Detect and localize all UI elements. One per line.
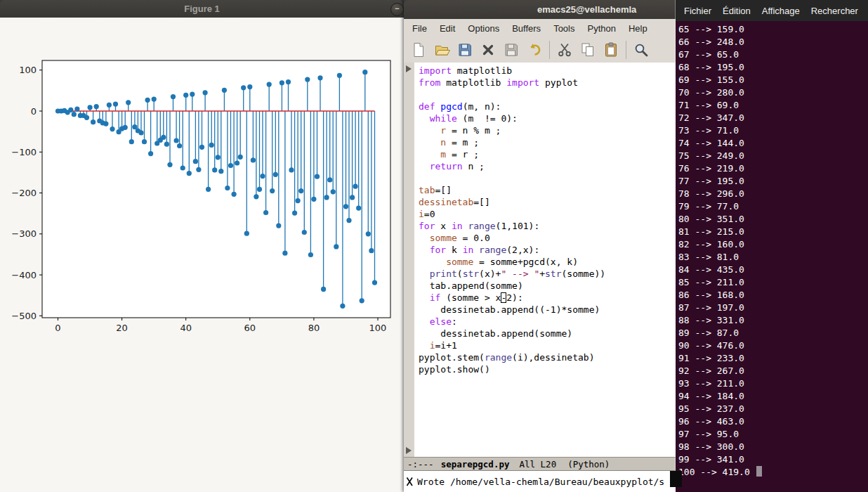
code-line: pyplot.show() — [419, 363, 676, 375]
terminal-menu-affichage[interactable]: Affichage — [756, 1, 805, 20]
emacs-window: − emacs25@vellachemla FileEditOptionsBuf… — [404, 0, 676, 492]
modeline[interactable]: -:--- separepgcd.py All L20 (Python) — [404, 457, 676, 471]
cut-button[interactable] — [554, 39, 575, 60]
open-file-icon — [433, 41, 450, 58]
x-cursor-icon — [406, 477, 414, 487]
minibuffer-cursor — [670, 471, 682, 487]
terminal-line: 73 --> 71.0 — [678, 124, 868, 137]
emacs-menu-edit[interactable]: Edit — [433, 20, 461, 37]
code-line: pyplot.stem(range(i),dessinetab) — [419, 351, 676, 363]
code-line: r = n % m ; — [419, 124, 676, 136]
echo-area[interactable]: Wrote /home/vella-chemla/Bureau/beauxpyp… — [404, 471, 676, 492]
svg-text:60: 60 — [244, 323, 256, 333]
emacs-menu-buffers[interactable]: Buffers — [506, 20, 547, 37]
code-line: for x in range(1,101): — [419, 220, 676, 232]
echo-message: Wrote /home/vella-chemla/Bureau/beauxpyp… — [417, 477, 664, 487]
svg-text:80: 80 — [308, 323, 320, 333]
close-buffer-button[interactable] — [478, 39, 499, 60]
svg-text:100: 100 — [19, 65, 37, 75]
window-minimize-button[interactable]: − — [390, 3, 404, 16]
terminal-line: 97 --> 95.0 — [678, 428, 868, 441]
save-buffer-button[interactable] — [454, 39, 475, 60]
modeline-filename[interactable]: separepgcd.py — [441, 459, 510, 470]
svg-text:100: 100 — [369, 323, 387, 333]
terminal-line: 69 --> 155.0 — [678, 74, 868, 86]
modeline-mode[interactable]: (Python) — [567, 459, 610, 470]
terminal-line: 66 --> 248.0 — [678, 36, 868, 48]
terminal-menu-dition[interactable]: Édition — [717, 1, 756, 20]
code-line: i=i+1 — [419, 339, 676, 351]
svg-text:−300: −300 — [11, 228, 37, 239]
toolbar-separator — [626, 41, 626, 59]
terminal-line: 96 --> 463.0 — [678, 415, 868, 428]
search-button[interactable] — [631, 39, 652, 60]
svg-text:0: 0 — [55, 323, 60, 333]
figure-title: Figure 1 — [184, 4, 220, 14]
paste-button[interactable] — [600, 39, 622, 60]
new-file-button[interactable] — [408, 39, 429, 60]
code-line: dessinetab=[] — [419, 196, 676, 208]
code-line: def pgcd(m, n): — [419, 101, 676, 112]
stem-plot: 0204060801001000−100−200−300−400−500 — [0, 18, 404, 492]
svg-text:−200: −200 — [11, 188, 37, 198]
terminal-line: 67 --> 65.0 — [678, 48, 868, 61]
figure-canvas: 0204060801001000−100−200−300−400−500 — [0, 18, 404, 492]
code-line: while (m != 0): — [419, 112, 676, 124]
scrollbar[interactable] — [404, 63, 414, 458]
terminal-line: 86 --> 168.0 — [678, 289, 868, 302]
modeline-prefix: -:--- — [407, 459, 434, 470]
code-line: return n ; — [419, 160, 676, 172]
open-file-button[interactable] — [431, 39, 452, 60]
terminal-line: 88 --> 331.0 — [678, 314, 868, 327]
code-line: i=0 — [419, 208, 676, 220]
terminal-menu-fichier[interactable]: Fichier — [678, 1, 717, 20]
emacs-menu-file[interactable]: File — [406, 20, 433, 37]
emacs-buffer-area: import matplotlibfrom matplotlib import … — [404, 63, 676, 458]
toolbar-separator — [549, 41, 550, 59]
terminal-line: 72 --> 347.0 — [678, 112, 868, 124]
save-as-icon — [503, 41, 520, 58]
terminal-line: 100 --> 419.0 — [678, 466, 868, 479]
terminal-line: 65 --> 159.0 — [678, 23, 868, 36]
save-as-button[interactable] — [501, 39, 522, 60]
svg-text:40: 40 — [180, 323, 192, 333]
code-line: tab=[] — [419, 184, 676, 196]
cut-icon — [556, 41, 573, 58]
undo-button[interactable] — [524, 39, 545, 60]
search-icon — [633, 41, 650, 58]
svg-text:−500: −500 — [11, 311, 37, 321]
fringe-top-arrow-icon — [406, 65, 412, 72]
fringe-bottom-arrow-icon — [406, 447, 412, 454]
terminal-menu-rechercher[interactable]: Rechercher — [805, 1, 864, 20]
code-line: print(str(x)+" --> "+str(somme)) — [419, 268, 676, 280]
terminal-line: 94 --> 184.0 — [678, 390, 868, 403]
code-line: import matplotlib — [419, 65, 676, 77]
terminal-window: FichierÉditionAffichageRechercher 65 -->… — [676, 0, 868, 492]
emacs-menu-tools[interactable]: Tools — [547, 20, 581, 37]
svg-text:0: 0 — [31, 106, 37, 117]
code-line — [419, 89, 676, 101]
copy-icon — [579, 41, 596, 58]
emacs-menu-options[interactable]: Options — [461, 20, 506, 37]
figure-titlebar[interactable]: Figure 1 — [0, 0, 404, 18]
code-line: dessinetab.append(somme) — [419, 328, 676, 339]
emacs-menu-help[interactable]: Help — [622, 20, 654, 37]
emacs-menu-python[interactable]: Python — [581, 20, 622, 37]
terminal-line: 99 --> 341.0 — [678, 453, 868, 466]
emacs-titlebar[interactable]: − emacs25@vellachemla — [404, 0, 676, 19]
terminal-line: 79 --> 77.0 — [678, 200, 868, 213]
save-buffer-icon — [456, 41, 473, 58]
code-line — [419, 172, 676, 184]
terminal-line: 84 --> 435.0 — [678, 264, 868, 276]
terminal-menubar: FichierÉditionAffichageRechercher — [676, 0, 868, 21]
terminal-cursor — [756, 466, 762, 477]
svg-text:−400: −400 — [11, 270, 37, 280]
copy-button[interactable] — [577, 39, 598, 60]
code-line: from matplotlib import pyplot — [419, 77, 676, 89]
modeline-position: All L20 — [519, 459, 556, 470]
terminal-line: 74 --> 144.0 — [678, 137, 868, 150]
terminal-output[interactable]: 65 --> 159.066 --> 248.067 --> 65.068 --… — [676, 21, 868, 492]
terminal-line: 78 --> 296.0 — [678, 188, 868, 200]
code-buffer[interactable]: import matplotlibfrom matplotlib import … — [414, 63, 676, 458]
terminal-line: 82 --> 160.0 — [678, 238, 868, 251]
